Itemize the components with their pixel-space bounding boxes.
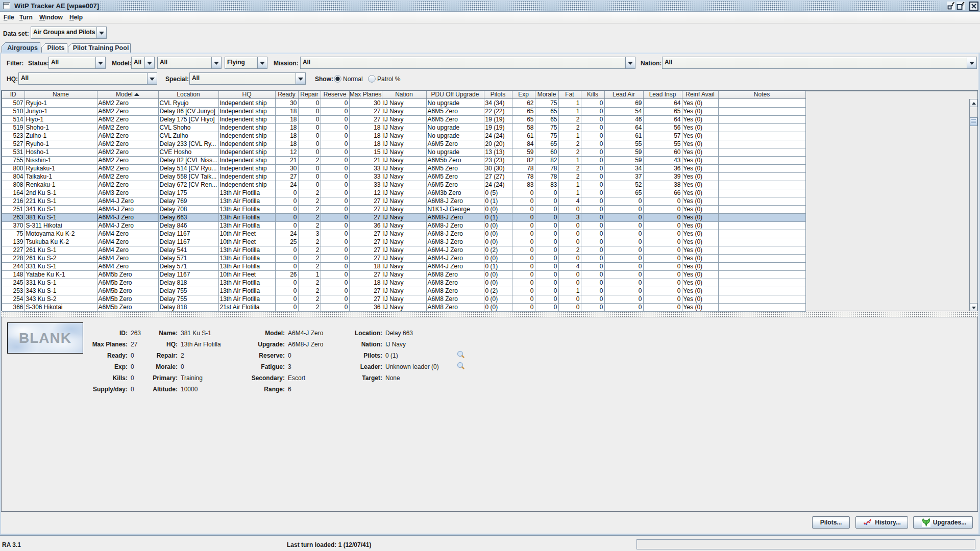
svg-text:Airgroups: Airgroups xyxy=(7,44,38,52)
svg-text:Pilot Training Pool: Pilot Training Pool xyxy=(73,44,129,52)
svg-text:Pilots: Pilots xyxy=(47,44,64,52)
